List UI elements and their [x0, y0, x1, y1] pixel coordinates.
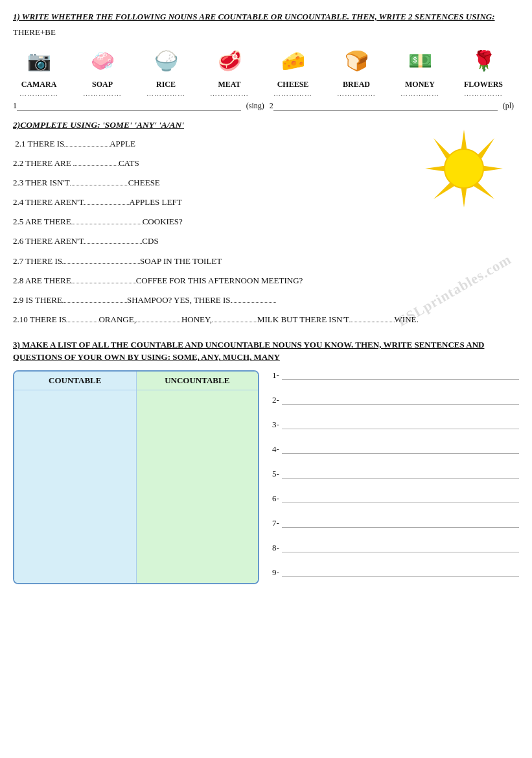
svg-marker-4 [434, 138, 450, 159]
sent-1-line [282, 371, 519, 380]
svg-marker-6 [434, 182, 454, 199]
ex-2-9: 2.9 IS THERESHAMPOO? YES, THERE IS [13, 293, 519, 307]
money-icon: 💵 [397, 43, 443, 78]
cheese-icon: 🧀 [270, 43, 316, 78]
item-cheese: 🧀 CHEESE …………… [267, 43, 319, 97]
section1-subtitle: THERE+BE [13, 27, 519, 38]
section3: 3) MAKE A LIST OF ALL THE COUNTABLE AND … [13, 338, 519, 584]
sent-3-label: 3- [272, 420, 279, 430]
section3-title: 3) MAKE A LIST OF ALL THE COUNTABLE AND … [13, 338, 519, 364]
uncountable-col: UNCOUNTABLE [137, 372, 259, 583]
sent-8-line [282, 543, 519, 552]
meat-icon: 🥩 [207, 43, 252, 78]
ex-2-5: 2.5 ARE THERECOOKIES? [13, 215, 519, 229]
sent-2-label: 2- [272, 395, 279, 405]
item-bread: 🍞 BREAD …………… [330, 43, 382, 97]
sent-9: 9- [272, 567, 519, 578]
sent-1-label: 1- [272, 370, 279, 381]
sun-decoration [422, 126, 506, 213]
sent-3-line [282, 420, 519, 429]
sent-9-label: 9- [272, 567, 279, 578]
svg-point-8 [445, 149, 483, 188]
images-row: 📷 CAMARA …………… 🧼 SOAP …………… 🍚 RICE ……………… [13, 43, 519, 97]
section1-title: 1) WRITE WHETHER THE FOLLOWING NOUNS ARE… [13, 12, 519, 22]
sent-8-label: 8- [272, 543, 279, 553]
countable-body [14, 390, 136, 583]
soap-icon: 🧼 [80, 43, 125, 78]
sent1-line [17, 102, 241, 111]
meat-label: MEAT [218, 80, 240, 89]
sent-2: 2- [272, 395, 519, 405]
sent1-label: (sing) [241, 101, 270, 111]
rice-label: RICE [156, 80, 176, 89]
bread-label: BREAD [343, 80, 370, 89]
sent2-line [273, 102, 498, 111]
sent-4-line [282, 445, 519, 454]
ex-2-7: 2.7 THERE ISSOAP IN THE TOILET [13, 254, 519, 268]
item-meat: 🥩 MEAT …………… [203, 43, 255, 97]
item-soap: 🧼 SOAP …………… [76, 43, 128, 97]
countable-header: COUNTABLE [14, 372, 136, 390]
cheese-label: CHEESE [277, 80, 309, 89]
meat-dots: …………… [210, 89, 249, 97]
ex-2-6: 2.6 THERE AREN'TCDS [13, 234, 519, 248]
uncountable-header: UNCOUNTABLE [137, 372, 259, 390]
sent-7: 7- [272, 518, 519, 528]
item-money: 💵 MONEY …………… [394, 43, 446, 97]
noun-table: COUNTABLE UNCOUNTABLE [13, 370, 259, 584]
uncountable-body [137, 390, 259, 583]
sent-4-label: 4- [272, 444, 279, 455]
bread-icon: 🍞 [334, 43, 379, 78]
sentence-rows: 1 (sing) 2 (pl) [13, 101, 519, 111]
soap-dots: …………… [83, 89, 122, 97]
section3-body: COUNTABLE UNCOUNTABLE 1- 2- 3- [13, 370, 519, 584]
sent-8: 8- [272, 543, 519, 553]
ex-2-10: 2.10 THERE ISORANGE,HONEY,MILK BUT THERE… [13, 313, 519, 327]
cheese-dots: …………… [273, 89, 312, 97]
flowers-icon: 🌹 [461, 43, 506, 78]
sent-7-line [282, 519, 519, 528]
section2: 2)COMPLETE USING: 'SOME' 'ANY' 'A/AN' ES… [13, 120, 519, 327]
sent2-label: (pl) [498, 101, 519, 111]
svg-marker-5 [478, 138, 494, 159]
sent-4: 4- [272, 444, 519, 455]
sentences-area: 1- 2- 3- 4- 5- 6- [266, 370, 519, 584]
section1: 1) WRITE WHETHER THE FOLLOWING NOUNS ARE… [13, 12, 519, 111]
sent-7-label: 7- [272, 518, 279, 528]
sent-6-line [282, 494, 519, 503]
item-rice: 🍚 RICE …………… [140, 43, 192, 97]
countable-col: COUNTABLE [14, 372, 137, 583]
money-label: MONEY [405, 80, 435, 89]
money-dots: …………… [400, 89, 439, 97]
sent-5-label: 5- [272, 469, 279, 479]
flowers-label: FLOWERS [464, 80, 503, 89]
rice-dots: …………… [146, 89, 185, 97]
sent-3: 3- [272, 420, 519, 430]
item-flowers: 🌹 FLOWERS …………… [457, 43, 509, 97]
sent-2-line [282, 396, 519, 405]
ex-2-8: 2.8 ARE THERECOFFEE FOR THIS AFTERNOON M… [13, 274, 519, 288]
camara-label: CAMARA [21, 80, 57, 89]
svg-marker-7 [474, 182, 494, 199]
sent-6-label: 6- [272, 493, 279, 504]
sent-1: 1- [272, 370, 519, 381]
sent-6: 6- [272, 493, 519, 504]
sun-icon [422, 126, 506, 211]
item-camara: 📷 CAMARA …………… [13, 43, 65, 97]
camara-dots: …………… [19, 89, 58, 97]
bread-dots: …………… [337, 89, 376, 97]
rice-icon: 🍚 [143, 43, 189, 78]
sent-9-line [282, 568, 519, 577]
camara-icon: 📷 [16, 43, 62, 78]
flowers-dots: …………… [464, 89, 503, 97]
sent-5: 5- [272, 469, 519, 479]
soap-label: SOAP [92, 80, 113, 89]
sent-5-line [282, 469, 519, 479]
